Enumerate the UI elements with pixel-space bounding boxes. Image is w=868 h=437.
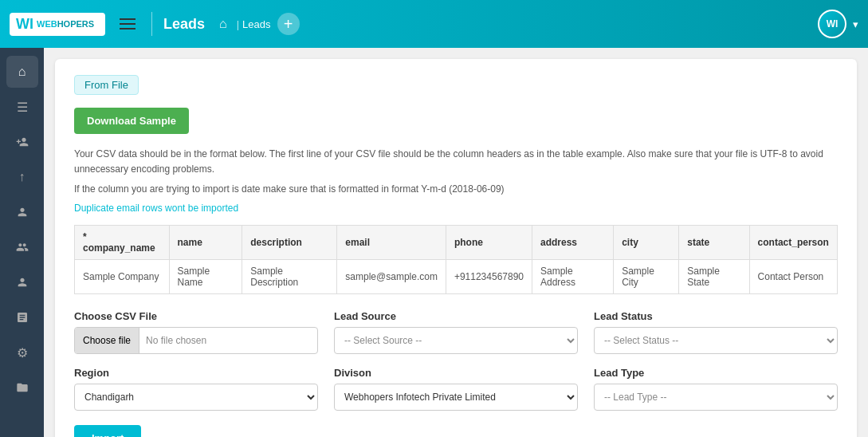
- avatar-caret[interactable]: ▾: [853, 18, 858, 30]
- col-city: city: [614, 225, 679, 259]
- avatar[interactable]: WI: [818, 10, 846, 38]
- page-title: Leads: [163, 16, 205, 33]
- division-group: Divison Webhopers Infotech Private Limit…: [334, 367, 578, 411]
- info-text-2: If the column you are trying to import i…: [74, 182, 838, 197]
- table-row: Sample Company Sample Name Sample Descri…: [75, 259, 838, 293]
- col-phone: phone: [446, 225, 532, 259]
- cell-state: Sample State: [679, 259, 749, 293]
- topnav: WI WEBHOPERS Leads ⌂ | Leads + WI ▾: [0, 0, 868, 48]
- division-label: Divison: [334, 367, 578, 379]
- lead-type-label: Lead Type: [594, 367, 838, 379]
- home-icon[interactable]: ⌂: [219, 17, 227, 31]
- cell-address: Sample Address: [532, 259, 614, 293]
- sidebar-item-home[interactable]: ⌂: [6, 56, 38, 88]
- duplicate-note: Duplicate email rows wont be imported: [74, 203, 838, 214]
- col-name: name: [169, 225, 242, 259]
- logo-text: WEBHOPERS: [37, 19, 94, 29]
- lead-source-group: Lead Source -- Select Source --: [334, 310, 578, 354]
- lead-status-group: Lead Status -- Select Status --: [594, 310, 838, 354]
- main-layout: ⌂ ☰ ↑ ⚙ From File Download Sample Your C…: [0, 48, 868, 437]
- csv-label: Choose CSV File: [74, 310, 318, 322]
- cell-name: Sample Name: [169, 259, 242, 293]
- cell-contact: Contact Person: [749, 259, 837, 293]
- region-label: Region: [74, 367, 318, 379]
- cell-city: Sample City: [614, 259, 679, 293]
- col-state: state: [679, 225, 749, 259]
- file-name-display: No file chosen: [139, 335, 213, 346]
- choose-file-button[interactable]: Choose file: [75, 328, 139, 353]
- nav-divider: [151, 12, 152, 36]
- lead-source-label: Lead Source: [334, 310, 578, 322]
- division-select[interactable]: Webhopers Infotech Private Limited: [334, 384, 578, 411]
- sidebar-item-team[interactable]: [6, 231, 38, 263]
- topnav-right: WI ▾: [818, 10, 858, 38]
- col-address: address: [532, 225, 614, 259]
- sidebar-item-profile[interactable]: [6, 196, 38, 228]
- sidebar: ⌂ ☰ ↑ ⚙: [0, 48, 44, 437]
- hamburger-button[interactable]: [115, 14, 140, 34]
- sidebar-item-files[interactable]: [6, 372, 38, 404]
- file-input-wrapper: Choose file No file chosen: [74, 327, 318, 354]
- content-area: From File Download Sample Your CSV data …: [44, 48, 868, 437]
- col-description: description: [242, 225, 337, 259]
- cell-company: Sample Company: [75, 259, 170, 293]
- lead-status-select[interactable]: -- Select Status --: [594, 327, 838, 354]
- from-file-badge: From File: [74, 75, 139, 95]
- sidebar-item-user-add[interactable]: [6, 126, 38, 158]
- region-group: Region Chandigarh: [74, 367, 318, 411]
- breadcrumb-leads[interactable]: Leads: [242, 18, 270, 30]
- logo-web: WEB: [37, 19, 57, 29]
- cell-phone: +911234567890: [446, 259, 532, 293]
- sidebar-item-settings[interactable]: ⚙: [6, 337, 38, 368]
- lead-source-select[interactable]: -- Select Source --: [334, 327, 578, 354]
- breadcrumb: ⌂ | Leads: [213, 17, 270, 31]
- logo: WI WEBHOPERS: [10, 13, 105, 36]
- sidebar-item-upload[interactable]: ↑: [6, 161, 38, 193]
- import-button[interactable]: Import: [74, 425, 141, 437]
- sidebar-item-reports[interactable]: [6, 301, 38, 333]
- download-sample-button[interactable]: Download Sample: [74, 108, 189, 134]
- main-card: From File Download Sample Your CSV data …: [55, 59, 857, 437]
- info-text-1: Your CSV data should be in the format be…: [74, 147, 838, 177]
- lead-status-label: Lead Status: [594, 310, 838, 322]
- csv-file-group: Choose CSV File Choose file No file chos…: [74, 310, 318, 354]
- col-email: email: [337, 225, 446, 259]
- cell-description: Sample Description: [242, 259, 337, 293]
- breadcrumb-separator: |: [237, 18, 239, 30]
- region-select[interactable]: Chandigarh: [74, 384, 318, 411]
- sample-table: * company_name name description email ph…: [74, 225, 838, 294]
- logo-wi-icon: WI: [16, 16, 33, 33]
- lead-type-group: Lead Type -- Lead Type --: [594, 367, 838, 411]
- add-button[interactable]: +: [277, 13, 300, 35]
- sidebar-item-list[interactable]: ☰: [6, 91, 38, 123]
- sidebar-item-account[interactable]: [6, 266, 38, 298]
- col-company: * company_name: [75, 225, 170, 259]
- col-contact: contact_person: [749, 225, 837, 259]
- cell-email: sample@sample.com: [337, 259, 446, 293]
- lead-type-select[interactable]: -- Lead Type --: [594, 384, 838, 411]
- form-grid: Choose CSV File Choose file No file chos…: [74, 310, 838, 411]
- logo-hopers: HOPERS: [57, 19, 94, 29]
